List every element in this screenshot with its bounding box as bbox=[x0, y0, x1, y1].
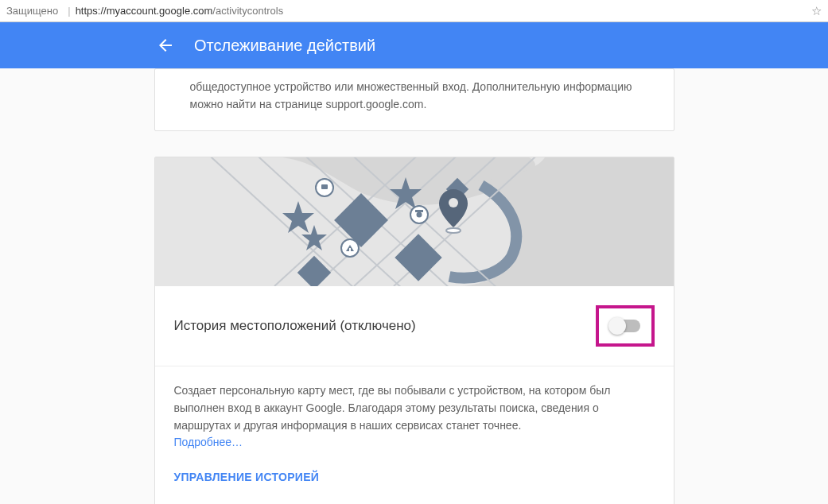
location-history-title: История местоположений (отключено) bbox=[174, 318, 416, 334]
toggle-highlight-box bbox=[596, 305, 655, 347]
url-host: https://myaccount.google.com bbox=[76, 5, 213, 17]
address-bar: Защищено | https://myaccount.google.com/… bbox=[0, 0, 828, 22]
svg-point-22 bbox=[449, 198, 458, 207]
back-arrow-icon[interactable] bbox=[156, 36, 175, 55]
separator: | bbox=[68, 5, 70, 17]
url-field[interactable]: https://myaccount.google.com/activitycon… bbox=[76, 5, 284, 17]
location-history-card: История местоположений (отключено) Созда… bbox=[154, 157, 674, 504]
prev-card-text: общедоступное устройство или множественн… bbox=[155, 69, 674, 130]
learn-more-link[interactable]: Подробнее… bbox=[174, 436, 243, 448]
manage-history-link[interactable]: УПРАВЛЕНИЕ ИСТОРИЕЙ bbox=[174, 469, 655, 487]
bookmark-star-icon[interactable]: ☆ bbox=[811, 4, 822, 18]
svg-rect-20 bbox=[415, 210, 423, 212]
location-description: Создает персональную карту мест, где вы … bbox=[174, 384, 611, 431]
location-history-toggle[interactable] bbox=[610, 320, 640, 332]
content-area: общедоступное устройство или множественн… bbox=[0, 68, 828, 504]
location-section-body: Создает персональную карту мест, где вы … bbox=[155, 366, 674, 504]
page-header: Отслеживание действий bbox=[0, 22, 828, 68]
svg-point-19 bbox=[416, 212, 422, 218]
url-path: /activitycontrols bbox=[212, 5, 283, 17]
secure-badge: Защищено bbox=[6, 5, 58, 17]
map-illustration bbox=[155, 157, 674, 286]
page-title: Отслеживание действий bbox=[194, 37, 375, 55]
location-section-header: История местоположений (отключено) bbox=[155, 286, 674, 366]
svg-rect-17 bbox=[321, 184, 328, 189]
prev-activity-card-partial: общедоступное устройство или множественн… bbox=[154, 68, 674, 131]
prev-text-line2: можно найти на странице support.google.c… bbox=[190, 98, 427, 110]
toggle-knob bbox=[608, 317, 626, 335]
prev-text-line1: общедоступное устройство или множественн… bbox=[190, 80, 632, 93]
svg-point-23 bbox=[446, 228, 461, 233]
